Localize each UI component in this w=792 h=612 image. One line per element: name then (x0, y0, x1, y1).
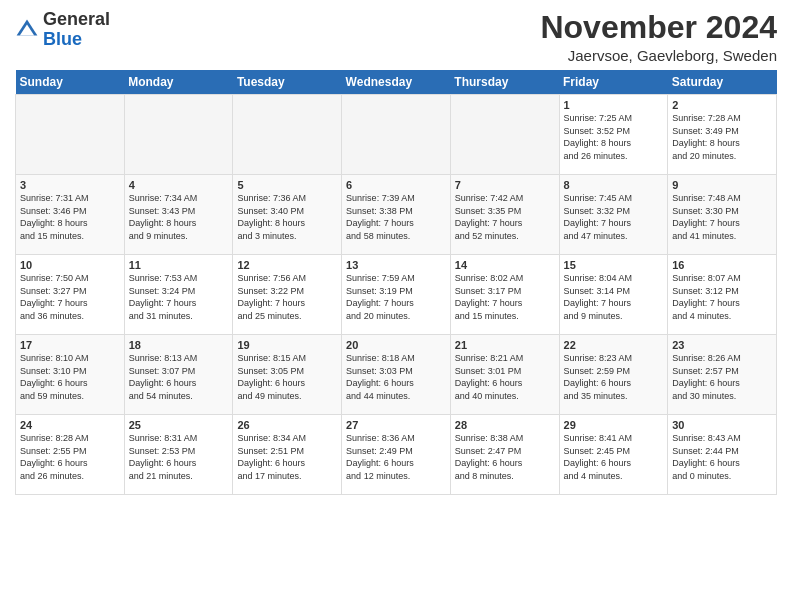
cell-w3-d1: 18Sunrise: 8:13 AM Sunset: 3:07 PM Dayli… (124, 335, 233, 415)
day-number-5: 5 (237, 179, 337, 191)
day-info-27: Sunrise: 8:36 AM Sunset: 2:49 PM Dayligh… (346, 432, 446, 482)
day-number-30: 30 (672, 419, 772, 431)
day-number-26: 26 (237, 419, 337, 431)
day-number-3: 3 (20, 179, 120, 191)
cell-w1-d1: 4Sunrise: 7:34 AM Sunset: 3:43 PM Daylig… (124, 175, 233, 255)
week-row-2: 10Sunrise: 7:50 AM Sunset: 3:27 PM Dayli… (16, 255, 777, 335)
logo: General Blue (15, 10, 110, 50)
day-info-7: Sunrise: 7:42 AM Sunset: 3:35 PM Dayligh… (455, 192, 555, 242)
day-info-18: Sunrise: 8:13 AM Sunset: 3:07 PM Dayligh… (129, 352, 229, 402)
cell-w1-d4: 7Sunrise: 7:42 AM Sunset: 3:35 PM Daylig… (450, 175, 559, 255)
day-info-30: Sunrise: 8:43 AM Sunset: 2:44 PM Dayligh… (672, 432, 772, 482)
day-number-23: 23 (672, 339, 772, 351)
day-info-11: Sunrise: 7:53 AM Sunset: 3:24 PM Dayligh… (129, 272, 229, 322)
cell-w0-d0 (16, 95, 125, 175)
col-wednesday: Wednesday (342, 70, 451, 95)
day-info-4: Sunrise: 7:34 AM Sunset: 3:43 PM Dayligh… (129, 192, 229, 242)
day-info-8: Sunrise: 7:45 AM Sunset: 3:32 PM Dayligh… (564, 192, 664, 242)
day-number-12: 12 (237, 259, 337, 271)
cell-w3-d6: 23Sunrise: 8:26 AM Sunset: 2:57 PM Dayli… (668, 335, 777, 415)
col-friday: Friday (559, 70, 668, 95)
day-number-4: 4 (129, 179, 229, 191)
cell-w1-d0: 3Sunrise: 7:31 AM Sunset: 3:46 PM Daylig… (16, 175, 125, 255)
month-title: November 2024 (540, 10, 777, 45)
day-info-29: Sunrise: 8:41 AM Sunset: 2:45 PM Dayligh… (564, 432, 664, 482)
day-info-3: Sunrise: 7:31 AM Sunset: 3:46 PM Dayligh… (20, 192, 120, 242)
day-number-17: 17 (20, 339, 120, 351)
week-row-4: 24Sunrise: 8:28 AM Sunset: 2:55 PM Dayli… (16, 415, 777, 495)
cell-w4-d3: 27Sunrise: 8:36 AM Sunset: 2:49 PM Dayli… (342, 415, 451, 495)
day-number-21: 21 (455, 339, 555, 351)
day-info-5: Sunrise: 7:36 AM Sunset: 3:40 PM Dayligh… (237, 192, 337, 242)
col-tuesday: Tuesday (233, 70, 342, 95)
day-info-10: Sunrise: 7:50 AM Sunset: 3:27 PM Dayligh… (20, 272, 120, 322)
cell-w0-d1 (124, 95, 233, 175)
logo-blue: Blue (43, 30, 110, 50)
cell-w2-d4: 14Sunrise: 8:02 AM Sunset: 3:17 PM Dayli… (450, 255, 559, 335)
day-number-9: 9 (672, 179, 772, 191)
day-info-13: Sunrise: 7:59 AM Sunset: 3:19 PM Dayligh… (346, 272, 446, 322)
cell-w1-d3: 6Sunrise: 7:39 AM Sunset: 3:38 PM Daylig… (342, 175, 451, 255)
col-thursday: Thursday (450, 70, 559, 95)
col-monday: Monday (124, 70, 233, 95)
calendar-table: Sunday Monday Tuesday Wednesday Thursday… (15, 70, 777, 495)
day-info-17: Sunrise: 8:10 AM Sunset: 3:10 PM Dayligh… (20, 352, 120, 402)
day-info-22: Sunrise: 8:23 AM Sunset: 2:59 PM Dayligh… (564, 352, 664, 402)
day-info-16: Sunrise: 8:07 AM Sunset: 3:12 PM Dayligh… (672, 272, 772, 322)
day-number-1: 1 (564, 99, 664, 111)
day-number-27: 27 (346, 419, 446, 431)
day-info-14: Sunrise: 8:02 AM Sunset: 3:17 PM Dayligh… (455, 272, 555, 322)
cell-w0-d6: 2Sunrise: 7:28 AM Sunset: 3:49 PM Daylig… (668, 95, 777, 175)
day-info-23: Sunrise: 8:26 AM Sunset: 2:57 PM Dayligh… (672, 352, 772, 402)
logo-icon (15, 18, 39, 42)
day-info-2: Sunrise: 7:28 AM Sunset: 3:49 PM Dayligh… (672, 112, 772, 162)
week-row-3: 17Sunrise: 8:10 AM Sunset: 3:10 PM Dayli… (16, 335, 777, 415)
day-number-28: 28 (455, 419, 555, 431)
week-row-1: 3Sunrise: 7:31 AM Sunset: 3:46 PM Daylig… (16, 175, 777, 255)
logo-text: General Blue (43, 10, 110, 50)
day-number-20: 20 (346, 339, 446, 351)
cell-w0-d3 (342, 95, 451, 175)
cell-w4-d5: 29Sunrise: 8:41 AM Sunset: 2:45 PM Dayli… (559, 415, 668, 495)
day-number-10: 10 (20, 259, 120, 271)
day-info-9: Sunrise: 7:48 AM Sunset: 3:30 PM Dayligh… (672, 192, 772, 242)
day-number-15: 15 (564, 259, 664, 271)
cell-w2-d6: 16Sunrise: 8:07 AM Sunset: 3:12 PM Dayli… (668, 255, 777, 335)
day-number-22: 22 (564, 339, 664, 351)
day-info-19: Sunrise: 8:15 AM Sunset: 3:05 PM Dayligh… (237, 352, 337, 402)
day-number-6: 6 (346, 179, 446, 191)
title-block: November 2024 Jaervsoe, Gaevleborg, Swed… (540, 10, 777, 64)
cell-w2-d1: 11Sunrise: 7:53 AM Sunset: 3:24 PM Dayli… (124, 255, 233, 335)
cell-w4-d1: 25Sunrise: 8:31 AM Sunset: 2:53 PM Dayli… (124, 415, 233, 495)
day-number-19: 19 (237, 339, 337, 351)
cell-w2-d0: 10Sunrise: 7:50 AM Sunset: 3:27 PM Dayli… (16, 255, 125, 335)
day-info-26: Sunrise: 8:34 AM Sunset: 2:51 PM Dayligh… (237, 432, 337, 482)
cell-w3-d2: 19Sunrise: 8:15 AM Sunset: 3:05 PM Dayli… (233, 335, 342, 415)
day-number-16: 16 (672, 259, 772, 271)
cell-w1-d6: 9Sunrise: 7:48 AM Sunset: 3:30 PM Daylig… (668, 175, 777, 255)
day-number-29: 29 (564, 419, 664, 431)
cell-w0-d5: 1Sunrise: 7:25 AM Sunset: 3:52 PM Daylig… (559, 95, 668, 175)
cell-w1-d5: 8Sunrise: 7:45 AM Sunset: 3:32 PM Daylig… (559, 175, 668, 255)
cell-w0-d2 (233, 95, 342, 175)
cell-w0-d4 (450, 95, 559, 175)
day-info-6: Sunrise: 7:39 AM Sunset: 3:38 PM Dayligh… (346, 192, 446, 242)
day-number-7: 7 (455, 179, 555, 191)
day-number-14: 14 (455, 259, 555, 271)
col-saturday: Saturday (668, 70, 777, 95)
cell-w4-d4: 28Sunrise: 8:38 AM Sunset: 2:47 PM Dayli… (450, 415, 559, 495)
week-row-0: 1Sunrise: 7:25 AM Sunset: 3:52 PM Daylig… (16, 95, 777, 175)
day-info-20: Sunrise: 8:18 AM Sunset: 3:03 PM Dayligh… (346, 352, 446, 402)
day-number-2: 2 (672, 99, 772, 111)
main-container: General Blue November 2024 Jaervsoe, Gae… (0, 0, 792, 500)
cell-w4-d0: 24Sunrise: 8:28 AM Sunset: 2:55 PM Dayli… (16, 415, 125, 495)
cell-w3-d3: 20Sunrise: 8:18 AM Sunset: 3:03 PM Dayli… (342, 335, 451, 415)
day-number-24: 24 (20, 419, 120, 431)
col-sunday: Sunday (16, 70, 125, 95)
cell-w2-d2: 12Sunrise: 7:56 AM Sunset: 3:22 PM Dayli… (233, 255, 342, 335)
day-number-13: 13 (346, 259, 446, 271)
day-info-15: Sunrise: 8:04 AM Sunset: 3:14 PM Dayligh… (564, 272, 664, 322)
calendar-header-row: Sunday Monday Tuesday Wednesday Thursday… (16, 70, 777, 95)
header: General Blue November 2024 Jaervsoe, Gae… (15, 10, 777, 64)
cell-w3-d5: 22Sunrise: 8:23 AM Sunset: 2:59 PM Dayli… (559, 335, 668, 415)
